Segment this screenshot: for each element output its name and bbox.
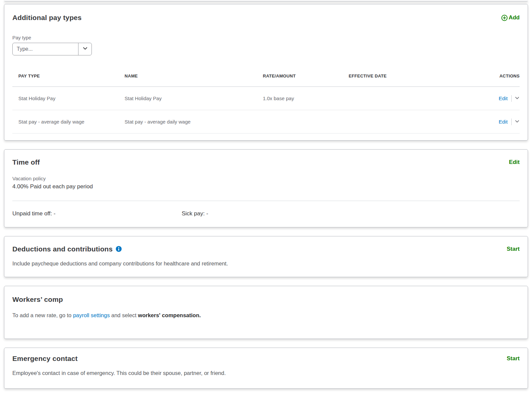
description-text: and select (110, 312, 138, 318)
column-header-name: NAME (125, 73, 263, 78)
pay-type-select[interactable]: Type... (12, 43, 92, 55)
emergency-contact-description: Employee's contact in case of emergency.… (12, 370, 520, 376)
row-rate-amount: 1.0x base pay (263, 95, 349, 101)
workers-comp-description: To add a new rate, go to payroll setting… (12, 312, 520, 319)
payroll-settings-link[interactable]: payroll settings (73, 312, 110, 318)
time-off-card: Time off Edit Vacation policy 4.00% Paid… (4, 149, 528, 227)
pay-types-table-header: PAY TYPE NAME RATE/AMOUNT EFFECTIVE DATE… (12, 65, 520, 87)
deductions-start-button[interactable]: Start (507, 246, 520, 252)
pay-types-table: PAY TYPE NAME RATE/AMOUNT EFFECTIVE DATE… (12, 65, 520, 134)
sick-pay-value: Sick pay: - (182, 210, 208, 217)
time-off-edit-button[interactable]: Edit (509, 159, 520, 166)
additional-pay-types-card: Additional pay types Add Pay type Type..… (4, 4, 528, 141)
deductions-contributions-title: Deductions and contributions (12, 245, 113, 253)
pay-type-select-placeholder: Type... (13, 43, 78, 55)
previous-card-cutoff (4, 0, 528, 1)
vacation-policy-label: Vacation policy (12, 176, 520, 181)
column-header-actions: ACTIONS (470, 73, 520, 78)
row-actions-menu-button[interactable] (515, 119, 520, 125)
edit-row-button[interactable]: Edit (499, 119, 508, 125)
emergency-contact-start-button[interactable]: Start (507, 355, 520, 362)
column-header-pay-type: PAY TYPE (12, 73, 125, 78)
add-pay-type-button[interactable]: Add (501, 14, 520, 21)
column-header-rate-amount: RATE/AMOUNT (263, 73, 349, 78)
divider (12, 201, 520, 201)
row-pay-type: Stat pay - average daily wage (12, 119, 125, 125)
emergency-contact-title: Emergency contact (12, 355, 77, 363)
emergency-contact-card: Emergency contact Start Employee's conta… (4, 348, 528, 389)
workers-comp-title: Workers’ comp (12, 295, 520, 304)
table-row: Stat Holiday Pay Stat Holiday Pay 1.0x b… (12, 87, 520, 110)
info-icon[interactable] (116, 246, 122, 253)
edit-row-button[interactable]: Edit (499, 95, 508, 102)
chevron-down-icon (515, 119, 520, 125)
deductions-description: Include paycheque deductions and company… (12, 260, 520, 267)
time-off-title: Time off (12, 158, 40, 166)
row-name: Stat pay - average daily wage (125, 119, 263, 125)
column-header-effective-date: EFFECTIVE DATE (349, 73, 470, 78)
deductions-contributions-card: Deductions and contributions Start Inclu… (4, 236, 528, 277)
divider (511, 95, 512, 102)
pay-type-field-label: Pay type (12, 35, 520, 40)
description-text: To add a new rate, go to (12, 312, 73, 318)
divider (511, 119, 512, 125)
table-row: Stat pay - average daily wage Stat pay -… (12, 110, 520, 134)
chevron-down-icon (515, 95, 520, 102)
row-actions-menu-button[interactable] (515, 95, 520, 102)
workers-compensation-bold-text: workers' compensation. (138, 312, 201, 318)
vacation-policy-value: 4.00% Paid out each pay period (12, 183, 520, 190)
pay-type-select-toggle[interactable] (78, 43, 92, 55)
additional-pay-types-title: Additional pay types (12, 14, 81, 22)
row-pay-type: Stat Holiday Pay (12, 95, 125, 101)
plus-circle-icon (501, 14, 509, 21)
unpaid-time-off-value: Unpaid time off: - (12, 210, 182, 217)
chevron-down-icon (82, 46, 88, 52)
workers-comp-card: Workers’ comp To add a new rate, go to p… (4, 286, 528, 339)
row-name: Stat Holiday Pay (125, 95, 263, 101)
add-button-label: Add (509, 14, 520, 21)
